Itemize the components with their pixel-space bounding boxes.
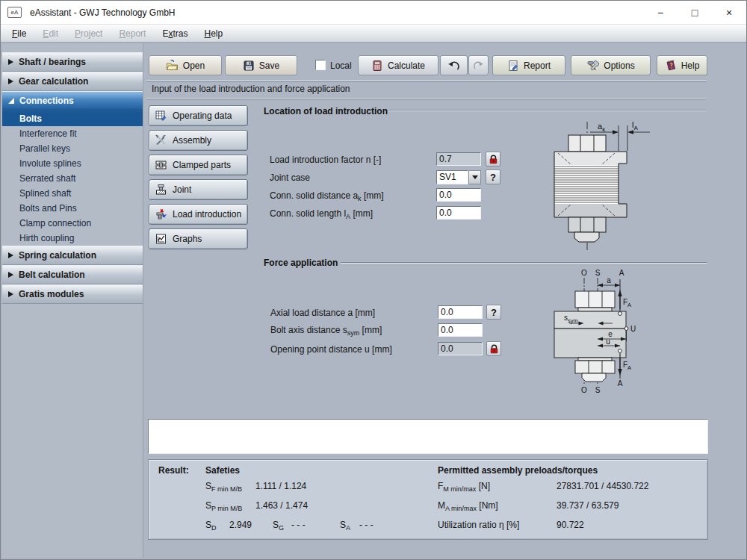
joint-case-select[interactable]: SV1	[436, 170, 481, 184]
assembly-button[interactable]: Assembly	[149, 130, 248, 151]
preloads-title: Permitted assembly preloads/torques	[438, 465, 598, 476]
sidebar-item-interference-fit[interactable]: Interference fit	[2, 126, 143, 141]
sidebar-item-bolts[interactable]: Bolts	[2, 111, 143, 126]
titlebar: eA eAssistant - GWJ Technology GmbH − □ …	[1, 1, 746, 25]
close-button[interactable]: ×	[712, 1, 746, 25]
calculate-button[interactable]: Calculate	[358, 55, 438, 75]
app-icon: eA	[7, 7, 22, 18]
minimize-button[interactable]: −	[643, 1, 678, 25]
joint-case-help-button[interactable]: ?	[486, 169, 500, 184]
load-introduction-factor-label: Load introduction factor n [-]	[270, 155, 381, 168]
menu-report[interactable]: Report	[111, 26, 154, 41]
graphs-button[interactable]: Graphs	[149, 228, 248, 249]
collapsed-arrow-icon	[8, 291, 13, 297]
axis-o-bottom-label: O	[581, 386, 587, 394]
help-button[interactable]: Help	[657, 55, 707, 75]
toolbar-separator	[146, 80, 707, 81]
safeties-title: Safeties	[205, 465, 240, 476]
safety-sa-label: SA	[340, 520, 350, 534]
graphs-icon	[155, 233, 167, 245]
menu-help[interactable]: Help	[196, 26, 231, 41]
lock-button[interactable]	[486, 341, 501, 356]
load-introduction-factor-input[interactable]	[436, 152, 481, 166]
menubar: File Edit Project Report Extras Help	[1, 25, 746, 43]
menu-extras[interactable]: Extras	[154, 26, 196, 41]
safety-sg-value: - - -	[291, 520, 306, 531]
sidebar-item-hirth-coupling[interactable]: Hirth coupling	[2, 231, 143, 246]
expanded-arrow-icon	[8, 98, 14, 104]
sidebar-item-parallel-keys[interactable]: Parallel keys	[2, 141, 143, 156]
undo-button[interactable]	[440, 55, 468, 75]
joint-icon	[155, 184, 167, 196]
collapsed-arrow-icon	[8, 59, 13, 65]
dropdown-button[interactable]	[468, 170, 481, 184]
window-title: eAssistant - GWJ Technology GmbH	[30, 7, 176, 18]
menu-project[interactable]: Project	[66, 26, 111, 41]
conn-solid-distance-label: Conn. solid distance ak [mm]	[270, 190, 384, 204]
redo-icon	[473, 60, 484, 70]
axis-a-bottom-label: A	[618, 379, 623, 388]
lock-button[interactable]	[486, 152, 500, 167]
bolt-axis-distance-input[interactable]	[438, 323, 483, 337]
save-button[interactable]: Save	[225, 55, 297, 75]
question-mark-icon: ?	[491, 307, 497, 318]
floppy-disk-icon	[243, 60, 255, 72]
sidebar-header-gear-calculation[interactable]: Gear calculation	[2, 72, 143, 91]
opening-point-distance-input[interactable]	[438, 342, 483, 355]
axis-s-bottom-label: S	[595, 386, 601, 394]
question-mark-icon: ?	[490, 172, 496, 183]
menu-edit[interactable]: Edit	[34, 26, 66, 41]
sidebar-header-connections[interactable]: Connections	[2, 91, 143, 111]
axis-s-top-label: S	[595, 269, 601, 277]
joint-button[interactable]: Joint	[149, 179, 248, 200]
options-button[interactable]: Options	[571, 55, 651, 75]
axis-o-top-label: O	[581, 269, 587, 277]
result-label: Result:	[158, 465, 189, 476]
sidebar-header-belt-calculation[interactable]: Belt calculation	[2, 265, 143, 284]
message-area[interactable]	[148, 419, 708, 454]
sidebar-item-clamp-connection[interactable]: Clamp connection	[2, 216, 143, 231]
fm-value: 27831.701 / 44530.722	[557, 481, 648, 492]
axial-load-distance-label: Axial load distance a [mm]	[270, 308, 375, 321]
report-button[interactable]: Report	[492, 55, 565, 75]
sidebar-item-serrated-shaft[interactable]: Serrated shaft	[2, 171, 143, 186]
conn-solid-distance-input[interactable]	[436, 188, 481, 202]
dim-la-label: lA	[632, 120, 638, 131]
info-bar: Input of the load introduction and force…	[152, 84, 350, 94]
fm-label: FM min/max [N]	[438, 481, 490, 495]
safety-sp-value: 1.463 / 1.474	[255, 500, 308, 511]
sidebar-item-involute-splines[interactable]: Involute splines	[2, 156, 143, 171]
undo-icon	[447, 60, 460, 71]
clamped-parts-button[interactable]: Clamped parts	[149, 155, 248, 175]
operating-data-button[interactable]: Operating data	[149, 105, 248, 126]
collapsed-arrow-icon	[8, 272, 13, 278]
force-application-drawing: O S A a FA ssym U e u FA A O S	[525, 267, 641, 395]
sidebar-item-bolts-and-pins[interactable]: Bolts and Pins	[2, 201, 143, 216]
local-checkbox[interactable]	[315, 60, 326, 70]
axis-a-top-label: A	[619, 269, 624, 277]
report-document-icon	[507, 60, 519, 72]
open-button[interactable]: Open	[149, 55, 222, 75]
calculator-icon	[371, 60, 383, 72]
sidebar-header-shaft-bearings[interactable]: Shaft / bearings	[2, 52, 143, 72]
joint-case-label: Joint case	[270, 172, 310, 186]
help-book-icon	[665, 60, 677, 72]
load-introduction-button[interactable]: Load introduction	[149, 204, 248, 225]
bolt-axis-distance-label: Bolt axis distance ssym [mm]	[270, 325, 382, 338]
safety-sa-value: - - -	[359, 520, 374, 531]
sidebar-item-splined-shaft[interactable]: Splined shaft	[2, 186, 143, 201]
maximize-button[interactable]: □	[678, 1, 712, 25]
point-u-label: U	[630, 325, 636, 333]
section-title-force: Force application	[264, 258, 338, 268]
axial-load-distance-input[interactable]	[438, 305, 483, 319]
infobar-separator	[146, 98, 707, 99]
sidebar-header-gratis-modules[interactable]: Gratis modules	[2, 284, 143, 304]
dim-u-label: u	[606, 337, 610, 346]
conn-solid-length-input[interactable]	[436, 206, 481, 220]
redo-button[interactable]	[468, 55, 489, 75]
menu-file[interactable]: File	[4, 26, 34, 41]
dim-a-label: a	[607, 276, 611, 284]
axial-load-help-button[interactable]: ?	[486, 305, 501, 320]
tools-icon	[586, 60, 599, 72]
sidebar-header-spring-calculation[interactable]: Spring calculation	[2, 246, 143, 265]
